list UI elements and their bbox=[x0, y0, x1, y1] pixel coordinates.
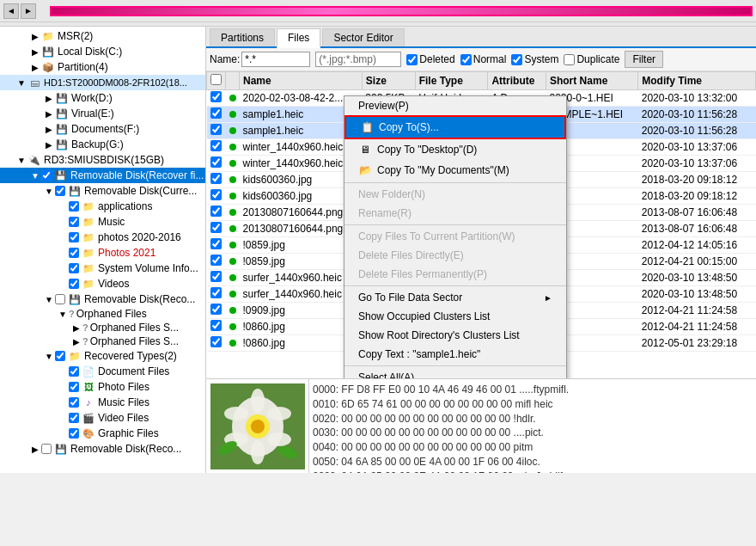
sidebar-item-documents-f[interactable]: ▶ 💾 Documents(F:) bbox=[0, 121, 205, 137]
context-copy-current[interactable]: Copy Files To Current Partition(W) bbox=[344, 227, 566, 246]
row-checkbox[interactable] bbox=[210, 304, 222, 315]
check-photos-2020[interactable] bbox=[69, 232, 79, 242]
row-checkbox[interactable] bbox=[210, 91, 222, 102]
sidebar-item-work-d[interactable]: ▶ 💾 Work(D:) bbox=[0, 90, 205, 106]
check-photos-2021[interactable] bbox=[69, 248, 79, 258]
row-checkbox[interactable] bbox=[210, 271, 222, 282]
sidebar-item-rd3[interactable]: ▼ 🔌 RD3:SMIUSBDISK(15GB) bbox=[0, 152, 205, 168]
toggle-removable-current[interactable]: ▼ bbox=[43, 185, 55, 197]
check-video-files[interactable] bbox=[69, 413, 79, 423]
check-removable-recover[interactable] bbox=[41, 170, 52, 181]
context-copy-documents[interactable]: 📂 Copy To "My Documents"(M) bbox=[344, 160, 566, 181]
toggle-orphaned-2[interactable]: ▶ bbox=[70, 322, 82, 334]
check-videos[interactable] bbox=[69, 279, 79, 289]
context-preview[interactable]: Preview(P) bbox=[344, 96, 566, 115]
th-modified[interactable]: Modify Time bbox=[638, 72, 756, 90]
sidebar-item-removable-recover[interactable]: ▼ 💾 Removable Disk(Recover fi... bbox=[0, 168, 205, 183]
context-copy-text[interactable]: Copy Text : "sample1.heic" bbox=[344, 345, 566, 364]
check-applications[interactable] bbox=[69, 201, 79, 212]
sidebar-item-applications[interactable]: 📁 applications bbox=[0, 199, 205, 214]
select-all-check[interactable] bbox=[210, 74, 222, 85]
toggle-virtual-e[interactable]: ▶ bbox=[43, 107, 55, 120]
check-removable-current[interactable] bbox=[55, 186, 65, 196]
toggle-rd3[interactable]: ▼ bbox=[15, 154, 27, 166]
sidebar-item-graphic-files[interactable]: 🎨 Graphic Files bbox=[0, 426, 205, 441]
filter-button[interactable]: Filter bbox=[625, 51, 663, 68]
toggle-local-c[interactable]: ▶ bbox=[29, 46, 41, 58]
filter-normal-check[interactable] bbox=[460, 54, 472, 65]
th-name[interactable]: Name bbox=[240, 72, 363, 90]
tab-files[interactable]: Files bbox=[277, 28, 320, 48]
toggle-work-d[interactable]: ▶ bbox=[43, 92, 55, 104]
sidebar-item-music-files[interactable]: ♪ Music Files bbox=[0, 395, 205, 410]
check-graphic-files[interactable] bbox=[69, 428, 79, 439]
row-checkbox[interactable] bbox=[210, 173, 222, 184]
row-checkbox[interactable] bbox=[210, 107, 222, 119]
toggle-orphaned-1[interactable]: ▼ bbox=[57, 308, 69, 320]
sidebar-item-removable-current[interactable]: ▼ 💾 Removable Disk(Curre... bbox=[0, 183, 205, 199]
check-recovered-types[interactable] bbox=[55, 351, 65, 361]
sidebar-item-orphaned-2[interactable]: ▶ ? Orphaned Files S... bbox=[0, 321, 205, 334]
row-checkbox[interactable] bbox=[210, 336, 222, 347]
toggle-msr[interactable]: ▶ bbox=[29, 30, 41, 42]
row-checkbox[interactable] bbox=[210, 238, 222, 249]
check-removable-reco2[interactable] bbox=[55, 294, 65, 304]
check-system-vol[interactable] bbox=[69, 263, 79, 273]
sidebar-item-backup-g[interactable]: ▶ 💾 Backup(G:) bbox=[0, 137, 205, 152]
sidebar-item-document-files[interactable]: 📄 Document Files bbox=[0, 364, 205, 379]
context-rename[interactable]: Rename(R) bbox=[344, 204, 566, 223]
sidebar-item-virtual-e[interactable]: ▶ 💾 Virual(E:) bbox=[0, 106, 205, 121]
row-checkbox[interactable] bbox=[210, 206, 222, 217]
nav-left[interactable]: ◄ bbox=[3, 3, 19, 19]
context-show-clusters[interactable]: Show Occupied Clusters List bbox=[344, 307, 566, 326]
row-checkbox[interactable] bbox=[210, 222, 222, 233]
filter-duplicate-check[interactable] bbox=[564, 54, 575, 65]
toggle-partition4[interactable]: ▶ bbox=[29, 61, 41, 73]
th-size[interactable]: Size bbox=[362, 72, 415, 90]
toggle-removable-reco3[interactable]: ▶ bbox=[29, 443, 41, 455]
row-checkbox[interactable] bbox=[210, 255, 222, 266]
sidebar-item-recovered-types[interactable]: ▼ 📁 Recovered Types(2) bbox=[0, 348, 205, 364]
context-select-all[interactable]: Select All(A) bbox=[344, 368, 566, 378]
check-photo-files[interactable] bbox=[69, 382, 79, 392]
sidebar-item-system-vol[interactable]: 📁 System Volume Info... bbox=[0, 261, 205, 276]
toggle-removable-reco2[interactable]: ▼ bbox=[43, 293, 55, 305]
toggle-hd1[interactable]: ▼ bbox=[15, 77, 27, 89]
filter-deleted-check[interactable] bbox=[406, 54, 418, 65]
check-removable-reco3[interactable] bbox=[41, 444, 52, 454]
sidebar-item-hd1[interactable]: ▼ 🖴 HD1:ST2000DM008-2FR102(18... bbox=[0, 75, 205, 90]
context-delete-perm[interactable]: Delete Files Permanently(P) bbox=[344, 265, 566, 284]
sidebar-item-photos-2020[interactable]: 📁 photos 2020-2016 bbox=[0, 230, 205, 245]
sidebar-item-orphaned-1[interactable]: ▼ ? Orphaned Files bbox=[0, 307, 205, 321]
row-checkbox[interactable] bbox=[210, 287, 222, 298]
row-checkbox[interactable] bbox=[210, 124, 222, 135]
sidebar-item-music[interactable]: 📁 Music bbox=[0, 214, 205, 230]
context-goto-sector[interactable]: Go To File Data Sector ► bbox=[344, 288, 566, 307]
check-document-files[interactable] bbox=[69, 366, 79, 377]
th-type[interactable]: File Type bbox=[415, 72, 488, 90]
row-checkbox[interactable] bbox=[210, 156, 222, 168]
toggle-removable-recover[interactable]: ▼ bbox=[29, 169, 41, 181]
tab-sector-editor[interactable]: Sector Editor bbox=[322, 28, 404, 46]
toggle-documents-f[interactable]: ▶ bbox=[43, 123, 55, 135]
context-copy-to[interactable]: 📋 Copy To(S)... bbox=[344, 115, 566, 139]
row-checkbox[interactable] bbox=[210, 320, 222, 331]
sidebar-item-videos[interactable]: 📁 Videos bbox=[0, 276, 205, 291]
check-music-files[interactable] bbox=[69, 397, 79, 408]
sidebar-item-photos-2021[interactable]: 📁 Photos 2021 bbox=[0, 245, 205, 261]
sidebar-item-photo-files[interactable]: 🖼 Photo Files bbox=[0, 379, 205, 395]
th-shortname[interactable]: Short Name bbox=[546, 72, 637, 90]
toggle-orphaned-3[interactable]: ▶ bbox=[70, 335, 82, 347]
row-checkbox[interactable] bbox=[210, 140, 222, 151]
context-new-folder[interactable]: New Folder(N) bbox=[344, 185, 566, 204]
context-copy-desktop[interactable]: 🖥 Copy To "Desktop"(D) bbox=[344, 139, 566, 160]
ext-filter-input[interactable] bbox=[315, 52, 401, 67]
toggle-recovered-types[interactable]: ▼ bbox=[43, 350, 55, 362]
check-music[interactable] bbox=[69, 217, 79, 227]
sidebar-item-removable-reco2[interactable]: ▼ 💾 Removable Disk(Reco... bbox=[0, 291, 205, 307]
context-delete-direct[interactable]: Delete Files Directly(E) bbox=[344, 246, 566, 265]
sidebar-item-msr[interactable]: ▶ 📁 MSR(2) bbox=[0, 28, 205, 44]
sidebar-item-orphaned-3[interactable]: ▶ ? Orphaned Files S... bbox=[0, 334, 205, 348]
context-show-root[interactable]: Show Root Directory's Clusters List bbox=[344, 326, 566, 345]
th-attribute[interactable]: Attribute bbox=[488, 72, 546, 90]
